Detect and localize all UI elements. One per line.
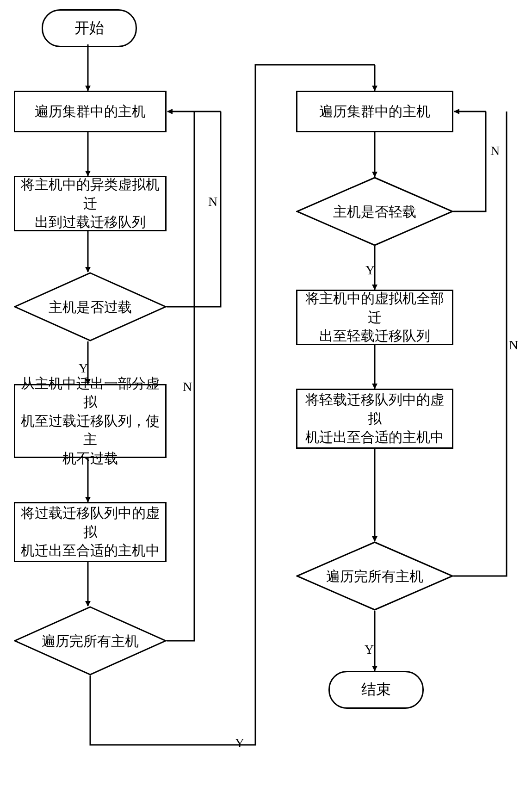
right-done-all-decision: 遍历完所有主机 bbox=[296, 541, 453, 611]
left-done-Y-label: Y bbox=[235, 736, 244, 750]
right-done-all-text: 遍历完所有主机 bbox=[326, 567, 423, 585]
right-move-light-queue-process: 将轻载迁移队列中的虚拟机迁出至合适的主机中 bbox=[296, 389, 453, 449]
left-move-hetero-text: 将主机中的异类虚拟机迁出到过载迁移队列 bbox=[20, 175, 161, 232]
start-label: 开始 bbox=[74, 18, 104, 38]
left-done-all-decision: 遍历完所有主机 bbox=[14, 606, 167, 675]
right-lightload-decision: 主机是否轻载 bbox=[296, 177, 453, 246]
end-label: 结束 bbox=[361, 680, 391, 700]
right-lightload-N-label: N bbox=[490, 143, 500, 158]
left-traverse-text: 遍历集群中的主机 bbox=[35, 102, 146, 121]
left-move-some-process: 从主机中迁出一部分虚拟机至过载迁移队列，使主机不过载 bbox=[14, 384, 167, 458]
flowchart-canvas: 开始 结束 遍历集群中的主机 将主机中的异类虚拟机迁出到过载迁移队列 主机是否过… bbox=[0, 0, 532, 799]
left-move-hetero-process: 将主机中的异类虚拟机迁出到过载迁移队列 bbox=[14, 176, 167, 231]
left-overloaded-decision: 主机是否过载 bbox=[14, 272, 167, 341]
left-overloaded-text: 主机是否过载 bbox=[49, 298, 132, 316]
end-terminator: 结束 bbox=[328, 671, 424, 709]
right-move-light-queue-text: 将轻载迁移队列中的虚拟机迁出至合适的主机中 bbox=[302, 390, 447, 447]
right-move-all-process: 将主机中的虚拟机全部迁出至轻载迁移队列 bbox=[296, 290, 453, 345]
left-done-all-text: 遍历完所有主机 bbox=[42, 632, 139, 650]
right-traverse-process: 遍历集群中的主机 bbox=[296, 91, 453, 132]
left-traverse-process: 遍历集群中的主机 bbox=[14, 91, 167, 132]
right-done-Y-label: Y bbox=[365, 642, 374, 657]
left-overloaded-N-label: N bbox=[208, 194, 217, 209]
left-done-N-label: N bbox=[183, 379, 192, 394]
left-move-overload-queue-text: 将过载迁移队列中的虚拟机迁出至合适的主机中 bbox=[20, 504, 161, 560]
left-move-overload-queue-process: 将过载迁移队列中的虚拟机迁出至合适的主机中 bbox=[14, 502, 167, 562]
left-move-some-text: 从主机中迁出一部分虚拟机至过载迁移队列，使主机不过载 bbox=[20, 374, 161, 468]
start-terminator: 开始 bbox=[42, 9, 137, 47]
right-traverse-text: 遍历集群中的主机 bbox=[319, 102, 430, 121]
right-lightload-text: 主机是否轻载 bbox=[333, 203, 416, 221]
right-move-all-text: 将主机中的虚拟机全部迁出至轻载迁移队列 bbox=[302, 289, 447, 346]
left-overloaded-Y-label: Y bbox=[79, 361, 88, 376]
right-lightload-Y-label: Y bbox=[365, 263, 375, 278]
right-done-N-label: N bbox=[509, 338, 518, 353]
